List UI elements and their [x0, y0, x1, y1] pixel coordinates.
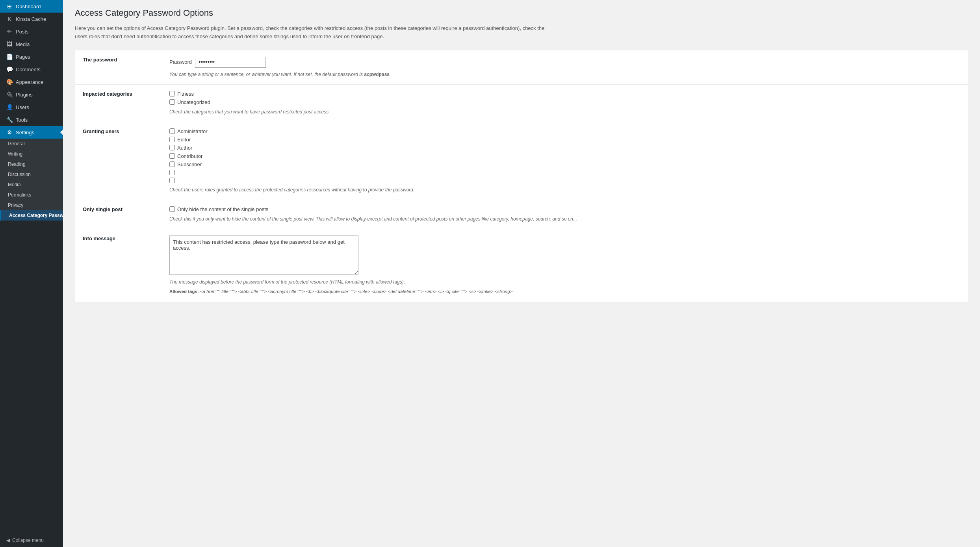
sidebar-item-label: Pages [16, 54, 30, 60]
password-hint: You can type a string or a sentence, or … [169, 71, 960, 78]
settings-arrow [60, 129, 63, 135]
role-subscriber-label: Subscriber [177, 161, 202, 167]
settings-submenu: General Writing Reading Discussion Media… [0, 139, 63, 221]
page-description: Here you can set the options of Access C… [75, 24, 548, 41]
role-contributor-label: Contributor [177, 153, 202, 159]
role-extra-1[interactable] [169, 170, 960, 175]
pages-icon: 📄 [6, 54, 13, 60]
granting-users-cell: Administrator Editor Author Contributor [161, 122, 968, 200]
role-editor-label: Editor [177, 137, 191, 143]
sidebar-item-comments[interactable]: 💬 Comments [0, 63, 63, 76]
password-row: The password Password You can type a str… [75, 50, 968, 85]
categories-cell: Fitness Uncategorized Check the categori… [161, 84, 968, 122]
password-field-label: Password [169, 59, 192, 65]
role-author-label: Author [177, 145, 192, 151]
granting-users-list: Administrator Editor Author Contributor [169, 128, 960, 183]
submenu-access-category-password[interactable]: Access Category Password [0, 210, 63, 221]
single-post-checkbox[interactable] [169, 206, 175, 212]
users-icon: 👤 [6, 104, 13, 110]
category-fitness-label: Fitness [177, 91, 194, 97]
password-cell: Password You can type a string or a sent… [161, 50, 968, 85]
sidebar-item-users[interactable]: 👤 Users [0, 101, 63, 113]
password-field-wrap: Password [169, 57, 960, 68]
main-content: Access Category Password Options Here yo… [63, 0, 980, 547]
settings-icon: ⚙ [6, 129, 13, 135]
submenu-discussion[interactable]: Discussion [0, 169, 63, 180]
category-fitness[interactable]: Fitness [169, 91, 960, 97]
dashboard-icon: ⊞ [6, 3, 13, 9]
sidebar-item-kinsta[interactable]: K Kinsta Cache [0, 13, 63, 25]
sidebar: ⊞ Dashboard K Kinsta Cache ✏ Posts 🖼 Med… [0, 0, 63, 547]
category-uncategorized-checkbox[interactable] [169, 99, 175, 105]
role-subscriber-checkbox[interactable] [169, 161, 175, 167]
role-administrator-checkbox[interactable] [169, 128, 175, 134]
category-fitness-checkbox[interactable] [169, 91, 175, 96]
sidebar-item-label: Kinsta Cache [16, 16, 46, 22]
sidebar-item-label: Users [16, 104, 29, 110]
role-administrator-label: Administrator [177, 128, 208, 134]
info-message-hint: The message displayed before the passwor… [169, 278, 960, 286]
single-post-hint: Check this if you only want to hide the … [169, 215, 960, 223]
sidebar-item-tools[interactable]: 🔧 Tools [0, 113, 63, 126]
role-contributor-checkbox[interactable] [169, 153, 175, 159]
role-subscriber[interactable]: Subscriber [169, 161, 960, 167]
sidebar-item-label: Comments [16, 67, 41, 72]
sidebar-item-dashboard[interactable]: ⊞ Dashboard [0, 0, 63, 13]
sidebar-item-appearance[interactable]: 🎨 Appearance [0, 76, 63, 88]
category-uncategorized-label: Uncategorized [177, 99, 210, 105]
submenu-privacy[interactable]: Privacy [0, 200, 63, 210]
allowed-tags: Allowed tags: <a href="" title=""> <abbr… [169, 288, 960, 296]
sidebar-item-label: Settings [16, 130, 34, 135]
submenu-reading[interactable]: Reading [0, 159, 63, 169]
categories-hint: Check the categories that you want to ha… [169, 108, 960, 115]
sidebar-item-plugins[interactable]: 🔌 Plugins [0, 88, 63, 101]
info-message-cell: This content has restricted access, plea… [161, 229, 968, 302]
sidebar-item-label: Posts [16, 29, 29, 35]
role-editor-checkbox[interactable] [169, 137, 175, 142]
role-author-checkbox[interactable] [169, 145, 175, 150]
granting-users-row: Granting users Administrator Editor Auth… [75, 122, 968, 200]
posts-icon: ✏ [6, 28, 13, 35]
comments-icon: 💬 [6, 66, 13, 72]
info-message-label: Info message [75, 229, 161, 302]
submenu-media[interactable]: Media [0, 180, 63, 190]
categories-label: Impacted categories [75, 84, 161, 122]
single-post-label: Only single post [75, 200, 161, 229]
category-uncategorized[interactable]: Uncategorized [169, 99, 960, 105]
categories-list: Fitness Uncategorized [169, 91, 960, 105]
sidebar-item-label: Tools [16, 117, 28, 123]
sidebar-item-media[interactable]: 🖼 Media [0, 38, 63, 50]
media-icon: 🖼 [6, 41, 13, 47]
role-editor[interactable]: Editor [169, 137, 960, 143]
role-administrator[interactable]: Administrator [169, 128, 960, 134]
allowed-tags-label: Allowed tags: [169, 289, 199, 294]
page-title: Access Category Password Options [75, 8, 968, 18]
role-extra-2-checkbox[interactable] [169, 178, 175, 183]
submenu-permalinks[interactable]: Permalinks [0, 190, 63, 200]
password-input[interactable] [195, 57, 266, 68]
options-table: The password Password You can type a str… [75, 50, 968, 302]
info-message-row: Info message This content has restricted… [75, 229, 968, 302]
sidebar-item-pages[interactable]: 📄 Pages [0, 50, 63, 63]
submenu-general[interactable]: General [0, 139, 63, 149]
role-author[interactable]: Author [169, 145, 960, 151]
role-extra-1-checkbox[interactable] [169, 170, 175, 175]
single-post-checkbox-item[interactable]: Only hide the content of the single post… [169, 206, 960, 212]
sidebar-item-label: Media [16, 41, 30, 47]
sidebar-item-settings[interactable]: ⚙ Settings [0, 126, 63, 139]
sidebar-item-label: Plugins [16, 92, 33, 98]
collapse-menu[interactable]: ◀ Collapse menu [0, 534, 63, 547]
single-post-row: Only single post Only hide the content o… [75, 200, 968, 229]
info-message-textarea[interactable]: This content has restricted access, plea… [169, 235, 358, 275]
allowed-tags-value: <a href="" title=""> <abbr title=""> <ac… [200, 289, 512, 294]
plugins-icon: 🔌 [6, 91, 13, 98]
collapse-icon: ◀ [6, 538, 10, 543]
role-extra-2[interactable] [169, 178, 960, 183]
role-contributor[interactable]: Contributor [169, 153, 960, 159]
password-label: The password [75, 50, 161, 85]
submenu-writing[interactable]: Writing [0, 149, 63, 159]
tools-icon: 🔧 [6, 117, 13, 123]
single-post-checkbox-label: Only hide the content of the single post… [177, 206, 268, 212]
sidebar-item-label: Appearance [16, 79, 43, 85]
sidebar-item-posts[interactable]: ✏ Posts [0, 25, 63, 38]
